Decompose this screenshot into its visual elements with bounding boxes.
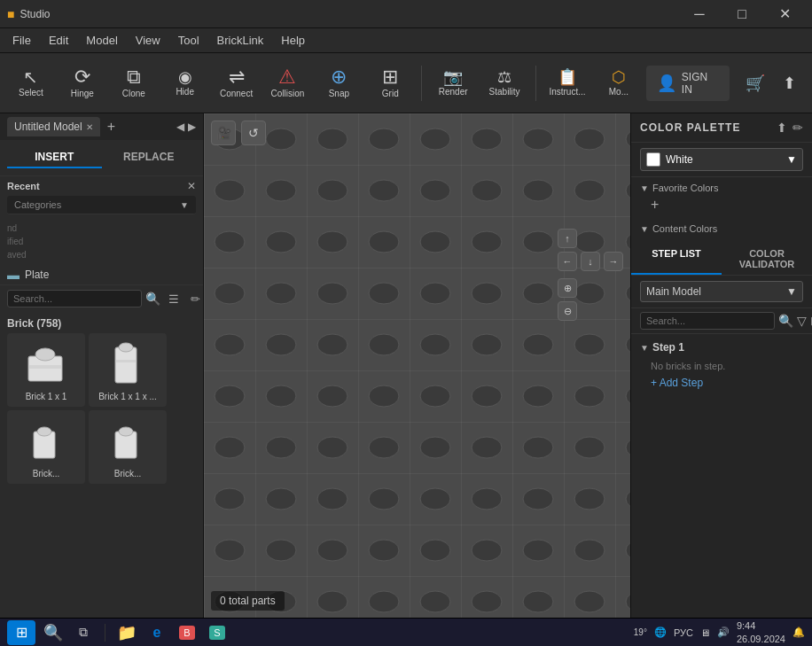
task-view-button[interactable]: ⧉	[71, 620, 96, 645]
content-colors-header[interactable]: ▼ Content Colors	[640, 223, 803, 234]
search-input[interactable]	[7, 290, 142, 307]
step-search-input[interactable]	[640, 312, 775, 330]
toolbar: ↖ Select ⟳ Hinge ⧉ Clone ◉ Hide ⇌ Connec…	[0, 53, 812, 113]
step-collapse-icon: ▼	[640, 343, 649, 353]
brick-item-1x1x[interactable]: Brick 1 x 1 x ...	[89, 333, 167, 407]
palette-icons: ⬆ ✏	[777, 121, 803, 135]
edit-view-button[interactable]: ✏	[185, 289, 203, 308]
hide-icon: ◉	[178, 69, 192, 85]
bricklink-taskbar-button[interactable]: B	[175, 620, 199, 645]
menu-view[interactable]: View	[127, 30, 169, 51]
model-icon: ⬡	[612, 69, 626, 85]
time-value: 9:44	[737, 620, 755, 631]
filter-dropdown-icon[interactable]: ▼	[180, 200, 189, 210]
nav-zoom-button[interactable]: ⊕	[558, 278, 577, 298]
recent-close-icon[interactable]: ✕	[187, 180, 196, 192]
close-tab-icon[interactable]: ✕	[86, 122, 93, 132]
svg-point-9	[119, 427, 133, 436]
instructions-button[interactable]: 📋 Instruct...	[543, 58, 591, 109]
brick-item-3[interactable]: Brick...	[7, 410, 85, 484]
brick-4-label: Brick...	[114, 469, 142, 479]
sign-in-button[interactable]: 👤 SIGN IN	[646, 66, 730, 101]
list-view-button[interactable]: ☰	[164, 289, 183, 308]
clock-display: 9:44 26.09.2024	[737, 619, 785, 645]
menu-file[interactable]: File	[4, 30, 40, 51]
brick-svg-3	[21, 416, 71, 465]
step-search-icon[interactable]: 🔍	[778, 314, 793, 328]
render-button[interactable]: 📷 Render	[429, 58, 477, 109]
nav-prev-icon[interactable]: ◀	[176, 121, 184, 133]
edge-taskbar-button[interactable]: e	[144, 620, 169, 645]
reset-view-button[interactable]: ↺	[241, 121, 266, 145]
notification-icon[interactable]: 🔔	[792, 627, 805, 638]
tab-color-validator[interactable]: COLOR VALIDATOR	[722, 243, 812, 275]
select-icon: ↖	[23, 68, 38, 86]
render-label: Render	[439, 87, 468, 97]
nav-up-button[interactable]: ↑	[558, 229, 577, 248]
menu-edit[interactable]: Edit	[40, 30, 77, 51]
cart-button[interactable]: 🛒	[740, 67, 771, 99]
folder-taskbar-button[interactable]: 📁	[114, 620, 139, 645]
nav-unzoom-button[interactable]: ⊖	[558, 301, 577, 321]
collision-icon: ⚠	[278, 67, 296, 87]
add-tab-button[interactable]: +	[107, 119, 115, 135]
palette-upload-icon[interactable]: ⬆	[777, 121, 787, 135]
tab-title: Untitled Model	[14, 121, 82, 133]
tab-untitled-model[interactable]: Untitled Model ✕	[7, 117, 100, 136]
grid-icon: ⊞	[382, 67, 398, 87]
hide-button[interactable]: ◉ Hide	[161, 58, 209, 109]
minimize-button[interactable]: ─	[679, 0, 720, 28]
camera-button[interactable]: 🎥	[211, 121, 236, 145]
select-button[interactable]: ↖ Select	[7, 58, 55, 109]
snap-label: Snap	[329, 89, 349, 98]
add-favorite-button[interactable]: +	[640, 197, 803, 213]
brick-item-4[interactable]: Brick...	[89, 410, 167, 484]
toolbar-separator	[421, 66, 422, 101]
favorite-colors-header[interactable]: ▼ Favorite Colors	[640, 183, 803, 193]
search-button[interactable]: 🔍	[145, 289, 160, 308]
view-toggle-buttons: ☰ ✏ ⊞	[164, 289, 203, 308]
nav-left-button[interactable]: ←	[558, 252, 577, 271]
close-button[interactable]: ✕	[764, 0, 805, 28]
start-button[interactable]: ⊞	[7, 620, 35, 645]
right-panel: COLOR PALETTE ⬆ ✏ White ▼ ▼ Favorite Col…	[630, 113, 812, 618]
brick-item-1x1[interactable]: Brick 1 x 1	[7, 333, 85, 407]
studio-taskbar-button[interactable]: S	[205, 620, 230, 645]
studio-taskbar-icon: S	[209, 626, 224, 640]
brick-3-label: Brick...	[33, 469, 60, 479]
titlebar: ■ Studio ─ □ ✕	[0, 0, 812, 28]
tab-step-list[interactable]: STEP LIST	[631, 243, 722, 275]
snap-button[interactable]: ⊕ Snap	[315, 58, 363, 109]
collision-button[interactable]: ⚠ Collision	[264, 58, 312, 109]
category-plate[interactable]: ▬ Plate	[0, 265, 203, 284]
connect-label: Connect	[220, 89, 253, 98]
connect-button[interactable]: ⇌ Connect	[213, 58, 261, 109]
menu-help[interactable]: Help	[272, 30, 314, 51]
brick-svg-1x1	[21, 339, 71, 388]
model-button[interactable]: ⬡ Mo...	[595, 58, 643, 109]
add-step-button[interactable]: + Add Step	[640, 377, 803, 389]
search-filter-label: Categories	[14, 199, 175, 210]
nav-down-button[interactable]: ↓	[581, 252, 600, 271]
nav-right-button[interactable]: →	[604, 252, 623, 271]
parts-count: 0 total parts	[211, 591, 285, 611]
menu-model[interactable]: Model	[77, 30, 126, 51]
model-select-dropdown[interactable]: Main Model ▼	[640, 281, 803, 302]
color-select-dropdown[interactable]: White ▼	[640, 148, 803, 171]
menu-tool[interactable]: Tool	[169, 30, 208, 51]
nav-next-icon[interactable]: ▶	[188, 121, 196, 133]
maximize-button[interactable]: □	[722, 0, 762, 28]
svg-rect-14	[204, 113, 630, 618]
content-collapse-icon: ▼	[640, 224, 649, 234]
search-taskbar-button[interactable]: 🔍	[41, 620, 66, 645]
tab-replace[interactable]: REPLACE	[102, 147, 197, 168]
grid-button[interactable]: ⊞ Grid	[366, 58, 414, 109]
tab-insert[interactable]: INSERT	[7, 147, 102, 168]
hinge-button[interactable]: ⟳ Hinge	[59, 58, 106, 109]
clone-button[interactable]: ⧉ Clone	[110, 58, 158, 109]
palette-edit-icon[interactable]: ✏	[792, 121, 803, 135]
menu-bricklink[interactable]: BrickLink	[208, 30, 273, 51]
stability-button[interactable]: ⚖ Stability	[480, 58, 528, 109]
step-filter-icon[interactable]: ▽	[797, 314, 807, 328]
upload-button[interactable]: ⬆	[774, 67, 805, 99]
